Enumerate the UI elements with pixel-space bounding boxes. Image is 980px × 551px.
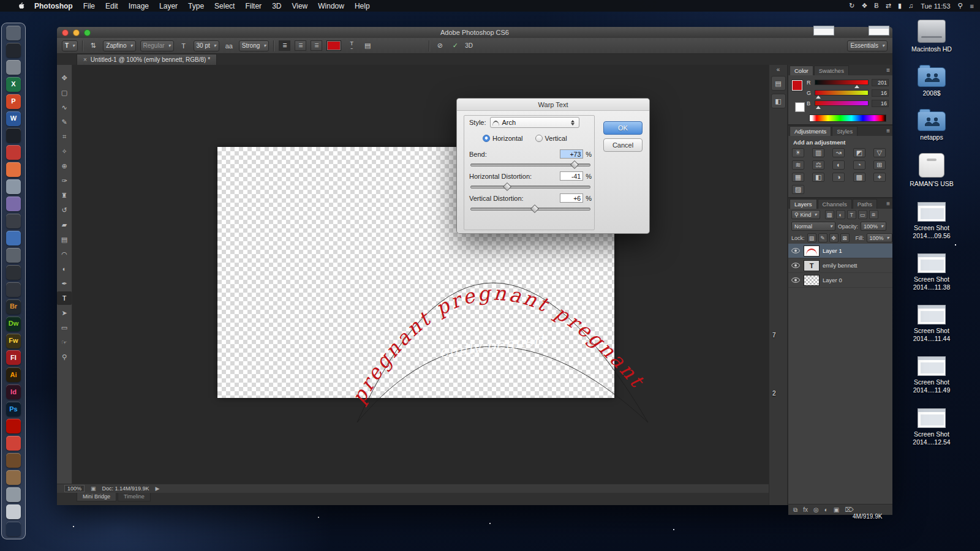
menu-item[interactable]: File	[83, 2, 95, 10]
adjustment-icon[interactable]: ☀	[792, 148, 804, 157]
menu-item[interactable]: Image	[129, 2, 149, 10]
adjustment-icon[interactable]: ◧	[812, 173, 824, 182]
opacity-select[interactable]: 100% ▾	[861, 222, 886, 231]
adjustment-icon[interactable]: ◩	[853, 148, 865, 157]
move-tool[interactable]: ✥	[57, 71, 72, 84]
vertical-radio[interactable]: Vertical	[535, 135, 567, 142]
layer-visibility-eye-icon[interactable]	[791, 263, 801, 268]
channel-value-field[interactable]: 16	[872, 100, 889, 107]
acrobat[interactable]	[6, 419, 21, 433]
layer-filter-kind-select[interactable]: ⚲ Kind ▾	[791, 210, 820, 219]
app-charcoal[interactable]	[6, 282, 21, 297]
channel-slider-thumb[interactable]	[854, 85, 859, 88]
menu-item[interactable]: Filter	[245, 2, 262, 10]
word[interactable]: W	[6, 111, 21, 126]
warp-value-field[interactable]: -41	[560, 171, 583, 181]
hand-tool[interactable]: ☞	[57, 335, 72, 349]
layer-filter-icon[interactable]: ⧈	[869, 210, 878, 219]
lock-icon[interactable]: ✎	[818, 233, 827, 242]
foreground-color-swatch[interactable]	[792, 80, 802, 91]
layer-thumbnail[interactable]	[804, 275, 820, 286]
layer-visibility-eye-icon[interactable]	[791, 248, 801, 253]
adjustment-icon[interactable]: ↝	[832, 148, 845, 157]
ramans-usb[interactable]: RAMAN'S USB	[897, 153, 966, 188]
warp-slider-thumb[interactable]	[570, 160, 578, 169]
app-dark[interactable]	[6, 43, 21, 58]
layer-visibility-eye-icon[interactable]	[791, 277, 801, 283]
crop-tool[interactable]: ⌗	[57, 130, 72, 143]
pen-tool[interactable]: ✒	[57, 277, 72, 290]
fireworks[interactable]: Fw	[6, 334, 21, 348]
properties-panel-icon[interactable]: ◧	[771, 94, 786, 108]
healing-brush-tool[interactable]: ⊕	[57, 159, 72, 173]
adjustment-icon[interactable]: ◑	[832, 173, 845, 182]
screenshot-1254[interactable]: Screen Shot 2014....12.54	[897, 407, 966, 446]
adjustment-icon[interactable]: ▦	[792, 173, 804, 182]
zoom-level-field[interactable]: 100%	[64, 485, 85, 492]
eyedropper-tool[interactable]: ✧	[57, 144, 72, 158]
blur-tool[interactable]: ◠	[57, 247, 72, 261]
menu-item[interactable]: Photoshop	[34, 2, 73, 10]
warp-preview[interactable]: emily bennett pregnant pregnant pregnant	[72, 65, 769, 484]
menu-item[interactable]: Edit	[105, 2, 118, 10]
layers-footer-icon[interactable]: ▣	[834, 506, 839, 513]
panel-menu-icon[interactable]: ≡	[886, 127, 890, 134]
adjustment-icon[interactable]: ▨	[792, 185, 804, 194]
warp-value-field[interactable]: +73	[560, 149, 583, 159]
menu-item[interactable]: 3D	[272, 2, 281, 10]
menu-item[interactable]: Layer	[159, 2, 178, 10]
panel-menu-icon[interactable]: ≡	[886, 67, 890, 73]
notification-center-icon[interactable]: ≡	[970, 2, 974, 10]
illustrator[interactable]: Ai	[6, 367, 21, 382]
screenshot-0956[interactable]: Screen Shot 2014....09.56	[897, 200, 966, 240]
warp-style-select[interactable]: Arch	[490, 117, 579, 128]
adjustment-icon[interactable]: ▩	[853, 173, 865, 182]
text-orientation-icon[interactable]: ⇅	[88, 41, 99, 51]
layers-footer-icon[interactable]: ◎	[813, 506, 819, 513]
align-center-button[interactable]: ☰	[295, 40, 306, 51]
tab-adjustments[interactable]: Adjustments	[790, 126, 831, 136]
font-family-select[interactable]: Zapfino ▾	[103, 40, 135, 51]
photoshop[interactable]: Ps	[6, 402, 21, 416]
app-slate[interactable]	[6, 179, 21, 194]
collapse-panels-icon[interactable]: «	[777, 66, 780, 73]
app-light[interactable]	[6, 504, 21, 519]
app-red[interactable]	[6, 145, 21, 160]
channel-slider[interactable]	[815, 80, 869, 85]
lock-icon[interactable]: ⊠	[840, 233, 850, 242]
horizontal-radio[interactable]: Horizontal	[483, 135, 523, 142]
dialog-title[interactable]: Warp Text	[457, 99, 649, 111]
gradient-tool[interactable]: ▤	[57, 233, 72, 246]
apple-menu-icon[interactable]	[17, 1, 26, 10]
dreamweaver[interactable]: Dw	[6, 317, 21, 331]
screenshot-1144[interactable]: Screen Shot 2014....11.44	[897, 303, 966, 343]
adjustment-icon[interactable]: ◐	[832, 160, 845, 170]
menu-status-icon[interactable]: ▮	[898, 2, 902, 10]
menu-item[interactable]: Window	[318, 2, 344, 10]
align-right-button[interactable]: ☰	[311, 40, 322, 51]
adjustment-icon[interactable]: ▥	[812, 148, 824, 157]
bottom-tab[interactable]: Mini Bridge	[77, 493, 116, 501]
tab-swatches[interactable]: Swatches	[814, 66, 849, 75]
menu-status-icon[interactable]: Ƀ	[874, 2, 878, 10]
warp-slider[interactable]	[470, 184, 590, 189]
font-size-select[interactable]: 30 pt ▾	[194, 40, 219, 51]
clone-stamp-tool[interactable]: ♜	[57, 189, 72, 202]
app-grid[interactable]	[6, 26, 21, 40]
menu-status-icon[interactable]: ♫	[908, 2, 913, 10]
3d-label[interactable]: 3D	[465, 42, 473, 49]
fill-select[interactable]: 100% ▾	[867, 233, 892, 242]
layer-row[interactable]: Layer 1	[788, 244, 892, 258]
adjustment-icon[interactable]: ⚖	[812, 160, 824, 170]
layer-row[interactable]: emily bennett	[788, 258, 892, 273]
app-graphite[interactable]	[6, 214, 21, 228]
menu-status-icon[interactable]: ↻	[849, 2, 854, 10]
lock-icon[interactable]: ▨	[807, 233, 816, 242]
adjustment-icon[interactable]: ◔	[853, 160, 865, 170]
layers-footer-icon[interactable]: fx	[803, 506, 808, 513]
warp-value-field[interactable]: +6	[560, 193, 583, 203]
layer-filter-icon[interactable]: ▨	[825, 210, 834, 219]
tab-color[interactable]: Color	[790, 66, 813, 75]
app-steel[interactable]	[6, 248, 21, 263]
commit-edits-icon[interactable]: ✓	[450, 41, 461, 51]
